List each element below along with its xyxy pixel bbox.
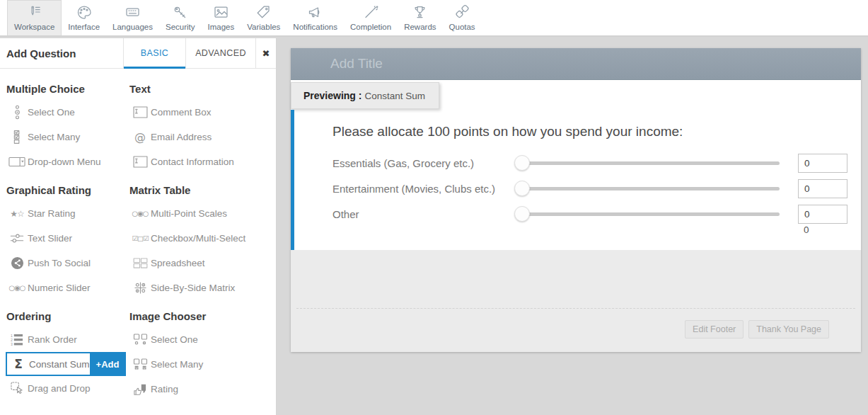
- section-image-chooser: Image Chooser Select One Select Many Rat…: [129, 310, 270, 402]
- question-type-numeric-slider[interactable]: ○◉○ Numeric Slider: [6, 275, 129, 300]
- slider-handle[interactable]: [514, 155, 530, 171]
- question-type-side-by-side-matrix[interactable]: Side-By-Side Matrix: [129, 275, 270, 300]
- toolbar-item-variables[interactable]: Variables: [241, 0, 287, 35]
- text-cursor-box-icon: [129, 156, 151, 168]
- slider-track[interactable]: [517, 161, 780, 165]
- at-sign-icon: @: [129, 130, 151, 144]
- toolbar-item-quotas[interactable]: Quotas: [443, 0, 482, 35]
- slider-entertainment[interactable]: [514, 181, 780, 196]
- toolbar-item-label: Workspace: [14, 23, 54, 31]
- previewing-badge: Previewing :Constant Sum: [291, 82, 439, 109]
- toolbar-item-notifications[interactable]: Notifications: [287, 0, 344, 35]
- slider-handle[interactable]: [514, 206, 530, 222]
- question-type-comment-box[interactable]: Comment Box: [129, 100, 270, 125]
- toolbar-item-workspace[interactable]: Workspace: [7, 0, 62, 35]
- question-type-push-to-social[interactable]: Push To Social: [6, 251, 129, 275]
- section-title: Ordering: [6, 310, 129, 322]
- add-question-button[interactable]: +Add: [90, 353, 126, 375]
- slider-track[interactable]: [517, 212, 780, 216]
- toolbar-item-completion[interactable]: Completion: [344, 0, 398, 35]
- edit-footer-button[interactable]: Edit Footer: [685, 320, 743, 339]
- value-input-other[interactable]: [798, 205, 847, 224]
- add-title-placeholder[interactable]: Add Title: [291, 48, 861, 79]
- question-type-label: Numeric Slider: [28, 283, 91, 293]
- keyboard-icon: [123, 4, 142, 21]
- section-title: Multiple Choice: [6, 83, 129, 95]
- toolbar-item-label: Security: [166, 23, 195, 31]
- question-type-label: Drop-down Menu: [28, 157, 101, 167]
- slider-other[interactable]: [514, 206, 780, 222]
- question-type-rank-order[interactable]: 123 Rank Order: [6, 327, 129, 352]
- radio-row-icon: ○◉○: [129, 210, 151, 217]
- sliders-icon: [6, 232, 28, 244]
- question-type-select-one[interactable]: Select One: [6, 100, 129, 125]
- question-type-constant-sum[interactable]: Σ Constant Sum +Add: [6, 352, 126, 376]
- thank-you-page-button[interactable]: Thank You Page: [748, 320, 829, 339]
- toolbar-item-security[interactable]: Security: [159, 0, 202, 35]
- toolbar-item-rewards[interactable]: Rewards: [398, 0, 442, 35]
- toolbar-item-label: Variables: [247, 23, 280, 31]
- toolbar-item-label: Interface: [68, 23, 100, 31]
- section-title: Image Chooser: [129, 310, 270, 322]
- question-type-image-select-one[interactable]: Select One: [129, 327, 270, 352]
- question-type-email-address[interactable]: @ Email Address: [129, 125, 270, 149]
- question-type-contact-information[interactable]: Contact Information: [129, 149, 270, 174]
- tab-basic[interactable]: BASIC: [123, 38, 185, 68]
- numbered-list-icon: 123: [6, 334, 28, 346]
- question-type-image-select-many[interactable]: Select Many: [129, 352, 270, 377]
- svg-text:2: 2: [11, 338, 13, 342]
- checkbox-stack-icon: [6, 130, 28, 144]
- toolbar-item-interface[interactable]: Interface: [62, 0, 106, 35]
- text-cursor-box-icon: [129, 106, 151, 118]
- question-type-checkbox-multi-select[interactable]: ☑□☑ Checkbox/Multi-Select: [129, 226, 270, 251]
- panel-header: Add Question BASIC ADVANCED ✖: [0, 38, 276, 69]
- question-type-star-rating[interactable]: ★☆ Star Rating: [6, 201, 129, 226]
- share-icon: [6, 256, 28, 270]
- tab-advanced[interactable]: ADVANCED: [185, 38, 255, 68]
- toolbar-item-label: Notifications: [293, 23, 337, 31]
- question-type-spreadsheet[interactable]: Spreadsheet: [129, 251, 270, 275]
- section-matrix-table: Matrix Table ○◉○ Multi-Point Scales ☑□☑ …: [129, 184, 270, 300]
- question-type-label: Select One: [151, 334, 198, 345]
- radio-row-icon: ○◉○: [6, 284, 28, 292]
- slider-essentials[interactable]: [514, 155, 780, 171]
- question-type-label: Rating: [151, 384, 178, 394]
- slider-track[interactable]: [517, 187, 780, 191]
- question-type-label: Select One: [28, 107, 75, 118]
- matrix-radio-grid-icon: [129, 282, 151, 294]
- survey-preview: Add Title Previewing :Constant Sum Pleas…: [291, 48, 861, 352]
- survey-title-bar: Add Title: [291, 48, 861, 80]
- grid-icon: [129, 258, 151, 268]
- question-type-label: Multi-Point Scales: [151, 208, 227, 219]
- question-type-label: Star Rating: [28, 208, 76, 219]
- question-type-text-slider[interactable]: Text Slider: [6, 226, 129, 251]
- question-type-label: Select Many: [28, 132, 80, 142]
- row-label: Other: [332, 208, 514, 220]
- value-input-entertainment[interactable]: [798, 179, 847, 198]
- question-type-drag-and-drop[interactable]: Drag and Drop: [6, 376, 129, 401]
- question-type-image-rating[interactable]: Rating: [129, 377, 270, 402]
- toolbar-item-languages[interactable]: Languages: [106, 0, 159, 35]
- section-ordering: Ordering 123 Rank Order Σ Constant Sum +…: [6, 310, 129, 402]
- slider-handle[interactable]: [514, 181, 530, 196]
- question-type-label: Contact Information: [151, 157, 234, 167]
- points-total: 0: [804, 224, 809, 235]
- sigma-icon: Σ: [8, 357, 29, 371]
- add-question-panel: Add Question BASIC ADVANCED ✖ Multiple C…: [0, 38, 277, 415]
- trophy-icon: [410, 4, 429, 21]
- top-toolbar: Workspace Interface Languages Security I…: [0, 0, 868, 37]
- question-type-label: Email Address: [151, 132, 212, 142]
- section-graphical-rating: Graphical Rating ★☆ Star Rating Text Sli…: [6, 184, 129, 300]
- toolbar-item-images[interactable]: Images: [202, 0, 241, 35]
- close-icon[interactable]: ✖: [255, 38, 276, 68]
- question-type-label: Spreadsheet: [151, 258, 205, 268]
- question-type-label: Select Many: [151, 359, 203, 370]
- footer-buttons: Edit Footer Thank You Page: [685, 320, 829, 339]
- question-type-dropdown-menu[interactable]: Drop-down Menu: [6, 149, 129, 174]
- question-type-multi-point-scales[interactable]: ○◉○ Multi-Point Scales: [129, 201, 270, 226]
- value-input-essentials[interactable]: [798, 154, 847, 173]
- question-type-select-many[interactable]: Select Many: [6, 125, 129, 149]
- panel-title: Add Question: [0, 38, 123, 68]
- stars-icon: ★☆: [6, 209, 28, 219]
- question-type-label: Comment Box: [151, 107, 212, 118]
